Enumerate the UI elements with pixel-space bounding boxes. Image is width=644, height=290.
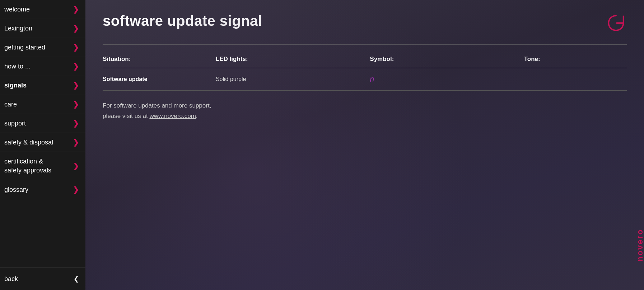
chevron-right-icon: ❯	[73, 138, 79, 147]
sidebar-item-lexington[interactable]: Lexington ❯	[0, 19, 85, 38]
sidebar-item-welcome[interactable]: welcome ❯	[0, 0, 85, 19]
col-symbol: Symbol:	[370, 52, 524, 68]
cell-situation: Software update	[103, 68, 216, 91]
cell-tone	[524, 68, 627, 91]
sidebar-item-label: care	[4, 101, 17, 108]
signal-table: Situation: LED lights: Symbol: Tone: Sof…	[103, 52, 627, 91]
sidebar-item-glossary[interactable]: glossary ❯	[0, 180, 85, 199]
symbol-character: n	[370, 75, 374, 84]
support-line2: please visit us at	[103, 113, 149, 119]
sidebar-item-label: glossary	[4, 186, 28, 194]
chevron-right-icon: ❯	[73, 81, 79, 90]
sidebar-item-label: support	[4, 120, 26, 127]
col-tone: Tone:	[524, 52, 627, 68]
sidebar-item-safety-disposal[interactable]: safety & disposal ❯	[0, 133, 85, 152]
sidebar-item-label: Lexington	[4, 25, 32, 32]
chevron-right-icon: ❯	[73, 43, 79, 52]
sidebar-item-label: signals	[4, 82, 27, 89]
sidebar-item-label: how to ...	[4, 63, 31, 70]
support-text: For software updates and more support, p…	[103, 101, 627, 122]
back-button[interactable]: back ❮	[0, 267, 85, 290]
chevron-right-icon: ❯	[73, 162, 79, 170]
sidebar-item-label: getting started	[4, 44, 45, 51]
sidebar-item-label: welcome	[4, 6, 30, 13]
header-divider	[103, 44, 627, 45]
support-end: .	[196, 113, 198, 119]
page-title: software update signal	[103, 13, 262, 29]
chevron-right-icon: ❯	[73, 119, 79, 128]
cell-symbol: n	[370, 68, 524, 91]
sidebar-item-getting-started[interactable]: getting started ❯	[0, 38, 85, 57]
sidebar-item-label: safety & disposal	[4, 139, 53, 146]
col-led-lights: LED lights:	[216, 52, 370, 68]
sidebar-item-care[interactable]: care ❯	[0, 95, 85, 114]
chevron-left-icon: ❮	[74, 275, 79, 283]
table-header-row: Situation: LED lights: Symbol: Tone:	[103, 52, 627, 68]
sidebar-item-how-to[interactable]: how to ... ❯	[0, 57, 85, 76]
back-label: back	[4, 275, 18, 283]
cell-led-lights: Solid purple	[216, 68, 370, 91]
chevron-right-icon: ❯	[73, 24, 79, 33]
software-update-icon	[605, 13, 627, 34]
sidebar-item-signals[interactable]: signals ❯	[0, 76, 85, 95]
chevron-right-icon: ❯	[73, 185, 79, 194]
sidebar: welcome ❯ Lexington ❯ getting started ❯ …	[0, 0, 85, 290]
page-header: software update signal	[103, 13, 627, 34]
col-situation: Situation:	[103, 52, 216, 68]
sidebar-item-certification[interactable]: certification & safety approvals ❯	[0, 152, 85, 180]
chevron-right-icon: ❯	[73, 5, 79, 14]
chevron-right-icon: ❯	[73, 62, 79, 71]
support-link[interactable]: www.novero.com	[149, 113, 196, 119]
sidebar-item-support[interactable]: support ❯	[0, 114, 85, 133]
chevron-right-icon: ❯	[73, 100, 79, 109]
support-line1: For software updates and more support,	[103, 102, 211, 109]
novero-brand: novero	[635, 229, 644, 261]
main-content: software update signal Situation: LED li…	[85, 0, 644, 290]
table-row: Software update Solid purple n	[103, 68, 627, 91]
sidebar-item-label: certification & safety approvals	[4, 157, 51, 175]
